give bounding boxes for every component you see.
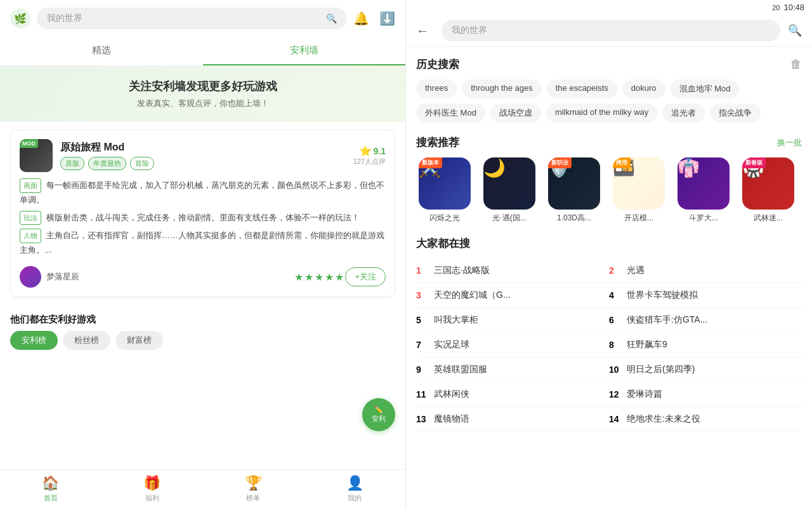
grid-game-2[interactable]: 新职业 🛡️ 1.03D高... [546, 157, 603, 224]
popular-num-6: 7 [416, 340, 429, 350]
popular-item-12[interactable]: 13 魔镜物语 [416, 407, 609, 432]
nav-welfare[interactable]: 🎁 福利 [102, 470, 203, 508]
delete-history-icon[interactable]: 🗑 [790, 58, 802, 71]
popular-item-0[interactable]: 1 三国志·战略版 [416, 258, 609, 283]
rank-tab-wealth[interactable]: 财富榜 [115, 331, 163, 350]
popular-num-8: 9 [416, 364, 429, 375]
game-card[interactable]: MOD 原始旅程 Mod 原版 年度最热 冒险 ⭐ 9.1 127人点评 [10, 130, 395, 297]
grid-game-4[interactable]: 👘 斗罗大... [675, 157, 732, 224]
history-tag-4[interactable]: 混血地牢 Mod [671, 79, 740, 98]
search-icon: 🔍 [326, 13, 337, 23]
popular-item-6[interactable]: 7 实况足球 [416, 333, 609, 358]
tab-featured[interactable]: 精选 [0, 37, 203, 65]
left-tabs: 精选 安利墙 [0, 37, 405, 66]
review-item-2: 玩法 横版射击类，战斗闯关，完成任务，推动剧情。里面有支线任务，体验不一样的玩法… [20, 211, 386, 225]
download-icon[interactable]: ⬇️ [379, 11, 395, 26]
popular-item-4[interactable]: 5 叫我大掌柜 [416, 308, 609, 333]
popular-name-2: 天空的魔幻城（G... [434, 290, 609, 301]
user-icon: 👤 [346, 475, 363, 491]
popular-name-4: 叫我大掌柜 [434, 314, 609, 326]
left-content: 关注安利墙发现更多好玩游戏 发表真实、客观点评，你也能上墙！ MOD 原始旅程 … [0, 66, 405, 469]
popular-item-13[interactable]: 14 绝地求生:未来之役 [609, 407, 802, 432]
popular-item-2[interactable]: 3 天空的魔幻城（G... [416, 283, 609, 308]
history-tag-5[interactable]: 外科医生 Mod [416, 104, 485, 123]
right-header: ← 我的世界 🔍 [406, 15, 812, 47]
promo-banner: 关注安利墙发现更多好玩游戏 发表真实、客观点评，你也能上墙！ [0, 66, 405, 122]
popular-item-11[interactable]: 12 爱琳诗篇 [609, 382, 802, 407]
game-grid: 新版本 ⚔️ 闪烁之光 🌙 光·遇(国... 新职业 🛡️ 1.03D高... [416, 157, 802, 224]
grid-name-0: 闪烁之光 [429, 213, 460, 224]
user-row: 梦落星辰 ★★★★★ +关注 [20, 266, 386, 288]
history-title: 历史搜索 [416, 57, 459, 72]
popular-name-13: 绝地求生:未来之役 [627, 413, 802, 425]
bottom-nav: 🏠 首页 🎁 福利 🏆 榜单 👤 我的 [0, 469, 405, 508]
notification-icon[interactable]: 🔔 [353, 11, 369, 26]
grid-badge-0: 新版本 [419, 157, 442, 168]
edit-icon: ✏️ [374, 406, 383, 414]
popular-num-1: 2 [609, 265, 622, 276]
game-tags: 原版 年度最热 冒险 [60, 157, 346, 170]
popular-item-8[interactable]: 9 英雄联盟国服 [416, 358, 609, 382]
user-avatar [20, 266, 41, 288]
history-tag-3[interactable]: dokuro [622, 79, 665, 98]
popular-item-10[interactable]: 11 武林闲侠 [416, 382, 609, 407]
recommend-title: 搜索推荐 [416, 135, 459, 150]
history-tags-container: threes through the ages the escapeists d… [416, 79, 802, 123]
review-label-1: 画面 [20, 178, 41, 193]
rank-tab-fans[interactable]: 粉丝榜 [63, 331, 110, 350]
grid-game-5[interactable]: 新春版 🥋 武林迷... [740, 157, 797, 224]
history-tag-9[interactable]: 指尖战争 [710, 104, 761, 123]
right-search-placeholder: 我的世界 [452, 25, 487, 35]
history-tag-7[interactable]: milkmaid of the milky way [546, 104, 657, 123]
nav-ranking[interactable]: 🏆 榜单 [203, 470, 304, 508]
popular-name-5: 侠盗猎车手:仿GTA... [627, 314, 802, 326]
recommend-header: 搜索推荐 换一批 [416, 135, 802, 150]
right-search-bar[interactable]: 我的世界 [442, 20, 780, 41]
float-label: 安利 [372, 414, 386, 424]
refresh-button[interactable]: 换一批 [777, 137, 802, 149]
popular-name-11: 爱琳诗篇 [627, 389, 802, 400]
float-button[interactable]: ✏️ 安利 [362, 398, 395, 431]
section-title: 他们都在安利好游戏 [10, 314, 96, 326]
history-tag-1[interactable]: through the ages [462, 79, 542, 98]
nav-profile[interactable]: 👤 我的 [304, 470, 405, 508]
user-name: 梦落星辰 [46, 271, 294, 283]
right-panel: 20 10:48 ← 我的世界 🔍 历史搜索 🗑 threes through … [406, 0, 812, 508]
popular-num-2: 3 [416, 290, 429, 300]
popular-item-7[interactable]: 8 狂野飙车9 [609, 333, 802, 358]
history-tag-2[interactable]: the escapeists [547, 79, 617, 98]
grid-badge-2: 新职业 [548, 157, 572, 168]
popular-item-1[interactable]: 2 光遇 [609, 258, 802, 283]
search-placeholder-text: 我的世界 [47, 13, 82, 24]
popular-name-9: 明日之后(第四季) [627, 364, 802, 375]
review-text-2: 横版射击类，战斗闯关，完成任务，推动剧情。里面有支线任务，体验不一样的玩法！ [46, 213, 360, 222]
back-button[interactable]: ← [416, 23, 434, 38]
grid-emoji-1: 🌙 [483, 158, 506, 178]
popular-item-3[interactable]: 4 世界卡车驾驶模拟 [609, 283, 802, 308]
nav-home[interactable]: 🏠 首页 [0, 470, 102, 508]
game-tag-original: 原版 [60, 157, 84, 170]
grid-name-2: 1.03D高... [557, 213, 591, 224]
search-icon[interactable]: 🔍 [788, 23, 802, 37]
rank-tab-recommend[interactable]: 安利榜 [10, 331, 58, 350]
history-tag-6[interactable]: 战场空虚 [490, 104, 541, 123]
popular-name-6: 实况足球 [434, 339, 609, 351]
popular-item-5[interactable]: 6 侠盗猎车手:仿GTA... [609, 308, 802, 333]
grid-badge-5: 新春版 [742, 157, 766, 168]
promo-subtitle: 发表真实、客观点评，你也能上墙！ [10, 98, 395, 109]
popular-item-9[interactable]: 10 明日之后(第四季) [609, 358, 802, 382]
grid-game-0[interactable]: 新版本 ⚔️ 闪烁之光 [416, 157, 473, 224]
review-label-3: 人物 [20, 229, 41, 243]
grid-game-3[interactable]: 烤用 🍱 开店模... [610, 157, 667, 224]
grid-game-1[interactable]: 🌙 光·遇(国... [481, 157, 538, 224]
popular-num-12: 13 [416, 414, 429, 424]
popular-name-12: 魔镜物语 [434, 413, 609, 425]
follow-button[interactable]: +关注 [345, 267, 386, 286]
review-item-3: 人物 主角自己，还有指挥官，副指挥……人物其实挺多的，但都是剧情所需，你能操控的… [20, 229, 386, 257]
tab-recommend-wall[interactable]: 安利墙 [203, 37, 406, 65]
grid-icon-4: 👘 [678, 157, 730, 210]
history-tag-8[interactable]: 追光者 [662, 104, 705, 123]
left-search-bar[interactable]: 我的世界 🔍 [37, 8, 347, 29]
history-tag-0[interactable]: threes [416, 79, 457, 98]
app-logo: 🌿 [10, 8, 30, 29]
